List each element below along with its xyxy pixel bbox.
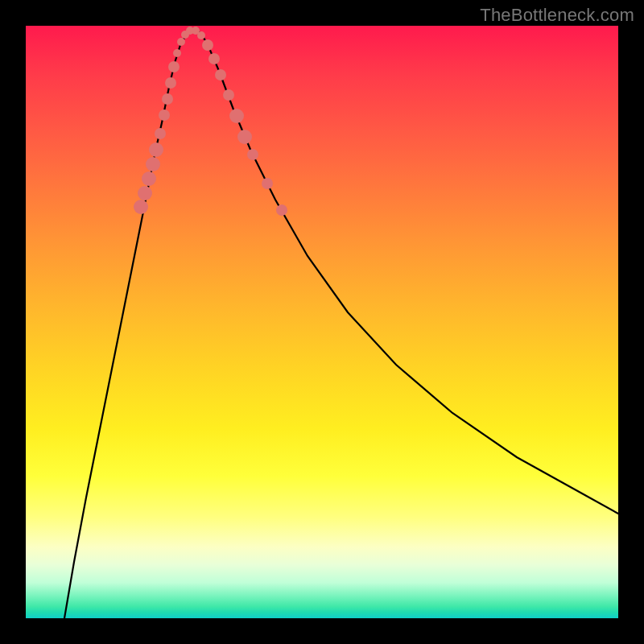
data-point bbox=[276, 204, 287, 216]
data-point-markers bbox=[134, 27, 287, 216]
data-point bbox=[165, 77, 176, 89]
plot-area bbox=[26, 26, 618, 618]
data-point bbox=[146, 157, 160, 171]
data-point bbox=[208, 53, 220, 64]
watermark-text: TheBottleneck.com bbox=[480, 5, 634, 26]
data-point bbox=[197, 31, 205, 39]
data-point bbox=[134, 200, 148, 214]
data-point bbox=[229, 109, 244, 123]
data-point bbox=[159, 109, 170, 121]
chart-frame: TheBottleneck.com bbox=[0, 0, 644, 644]
data-point bbox=[262, 178, 273, 189]
data-point bbox=[155, 128, 166, 139]
data-point bbox=[173, 49, 181, 57]
data-point bbox=[215, 69, 226, 80]
chart-svg bbox=[26, 26, 618, 618]
data-point bbox=[138, 186, 152, 200]
data-point bbox=[149, 142, 163, 157]
data-point bbox=[177, 38, 185, 46]
data-point bbox=[202, 39, 213, 51]
data-point bbox=[168, 61, 180, 72]
data-point bbox=[142, 171, 156, 186]
data-point bbox=[237, 130, 252, 144]
data-point bbox=[162, 93, 173, 105]
bottleneck-curve bbox=[64, 29, 618, 618]
data-point bbox=[223, 89, 234, 101]
data-point bbox=[247, 149, 258, 160]
